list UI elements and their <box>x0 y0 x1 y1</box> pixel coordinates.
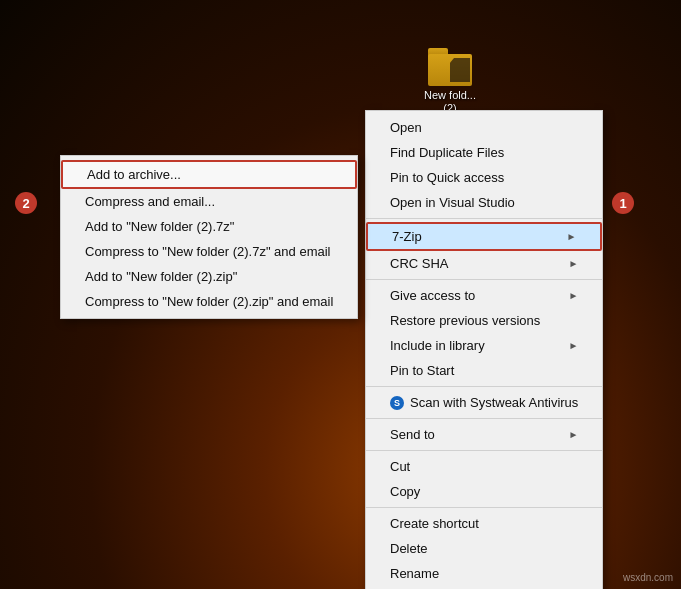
arrow-icon: ► <box>568 340 578 351</box>
menu-item-add-zip[interactable]: Add to "New folder (2).zip" <box>61 264 357 289</box>
menu-item-compress-7z-email[interactable]: Compress to "New folder (2).7z" and emai… <box>61 239 357 264</box>
folder-overlay <box>450 58 470 82</box>
folder-body <box>428 54 472 86</box>
menu-item-rename[interactable]: Rename <box>366 561 602 586</box>
menu-item-open-vs[interactable]: Open in Visual Studio <box>366 190 602 215</box>
badge-1: 1 <box>612 192 634 214</box>
arrow-icon: ► <box>568 290 578 301</box>
menu-item-scan-antivirus[interactable]: S Scan with Systweak Antivirus <box>366 390 602 415</box>
separator-4 <box>366 418 602 419</box>
separator-1 <box>366 218 602 219</box>
sub-context-menu: Add to archive... Compress and email... … <box>60 155 358 319</box>
menu-item-pin-start[interactable]: Pin to Start <box>366 358 602 383</box>
menu-item-compress-zip-email[interactable]: Compress to "New folder (2).zip" and ema… <box>61 289 357 314</box>
separator-5 <box>366 450 602 451</box>
folder-icon[interactable]: New fold... (2) <box>415 48 485 115</box>
arrow-icon: ► <box>568 429 578 440</box>
menu-item-create-shortcut[interactable]: Create shortcut <box>366 511 602 536</box>
folder-image <box>428 48 472 86</box>
menu-item-add-7z[interactable]: Add to "New folder (2).7z" <box>61 214 357 239</box>
watermark: wsxdn.com <box>623 572 673 583</box>
antivirus-icon: S <box>390 396 404 410</box>
menu-item-delete[interactable]: Delete <box>366 536 602 561</box>
menu-item-add-archive[interactable]: Add to archive... <box>61 160 357 189</box>
menu-item-crc-sha[interactable]: CRC SHA ► <box>366 251 602 276</box>
menu-item-pin-quick[interactable]: Pin to Quick access <box>366 165 602 190</box>
menu-item-give-access[interactable]: Give access to ► <box>366 283 602 308</box>
arrow-icon: ► <box>566 231 576 242</box>
menu-item-include-lib[interactable]: Include in library ► <box>366 333 602 358</box>
menu-item-send-to[interactable]: Send to ► <box>366 422 602 447</box>
menu-item-cut[interactable]: Cut <box>366 454 602 479</box>
separator-2 <box>366 279 602 280</box>
menu-item-find-dup[interactable]: Find Duplicate Files <box>366 140 602 165</box>
menu-item-open[interactable]: Open <box>366 115 602 140</box>
menu-item-restore[interactable]: Restore previous versions <box>366 308 602 333</box>
antivirus-item-left: S Scan with Systweak Antivirus <box>390 395 578 410</box>
badge-2: 2 <box>15 192 37 214</box>
menu-item-copy[interactable]: Copy <box>366 479 602 504</box>
arrow-icon: ► <box>568 258 578 269</box>
separator-3 <box>366 386 602 387</box>
menu-item-7zip[interactable]: 7-Zip ► <box>366 222 602 251</box>
menu-item-compress-email[interactable]: Compress and email... <box>61 189 357 214</box>
main-context-menu: Open Find Duplicate Files Pin to Quick a… <box>365 110 603 589</box>
separator-6 <box>366 507 602 508</box>
